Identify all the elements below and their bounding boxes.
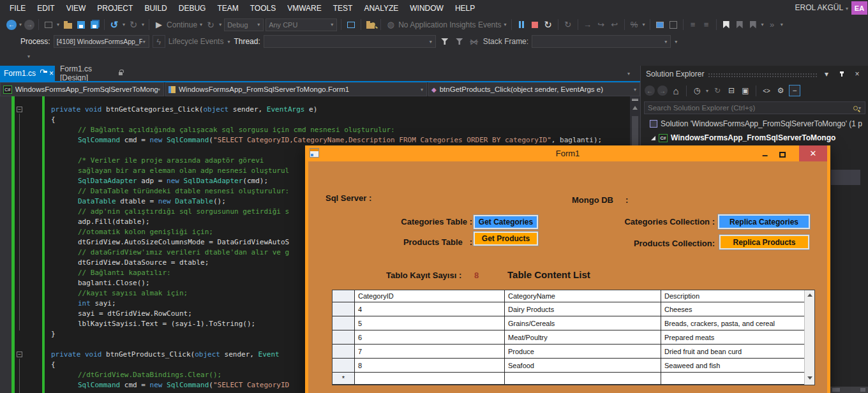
grid-scroll-up-icon[interactable]: [807, 293, 812, 297]
close-tab-icon[interactable]: ×: [49, 69, 54, 78]
toggle-current-thread-icon[interactable]: ⋈: [468, 35, 480, 48]
grid-cell[interactable]: [505, 373, 661, 385]
maximize-icon[interactable]: [779, 149, 786, 160]
redo-caret-icon[interactable]: ▾: [142, 22, 144, 27]
grid-column-header[interactable]: CategoryID: [355, 290, 505, 302]
grid-cell[interactable]: Produce: [505, 345, 661, 359]
se-back-icon[interactable]: ←: [645, 85, 655, 96]
grid-cell[interactable]: Cheeses: [661, 302, 805, 316]
insights-caret-icon[interactable]: ▾: [504, 22, 507, 27]
grid-cell[interactable]: Meat/Poultry: [505, 330, 661, 345]
continue-caret-icon[interactable]: ▾: [200, 22, 202, 27]
grid-column-header[interactable]: CategoryName: [505, 290, 661, 302]
menu-test[interactable]: TEST: [327, 4, 359, 13]
save-icon[interactable]: [75, 19, 87, 31]
scrollbar-thumb[interactable]: [832, 388, 840, 392]
bookmark-caret-icon[interactable]: ▾: [761, 22, 764, 27]
solution-search-input[interactable]: [648, 104, 853, 112]
expander-icon[interactable]: [651, 136, 655, 140]
indent-increase-icon[interactable]: ≡: [701, 19, 712, 31]
grid-cell[interactable]: Dairy Products: [505, 302, 661, 316]
method-dropdown[interactable]: ◆ btnGetProducts_Click(object sender, Ev…: [428, 82, 640, 96]
code-analysis-caret-icon[interactable]: ▾: [643, 22, 645, 27]
grid-scroll-down-icon[interactable]: [807, 376, 812, 380]
home-icon[interactable]: ⌂: [670, 85, 682, 96]
menu-file[interactable]: FILE: [4, 4, 31, 13]
collapse-region-icon[interactable]: −: [17, 352, 22, 357]
grid-cell[interactable]: Seaweed and fish: [661, 359, 805, 373]
grid-row-header[interactable]: [333, 316, 355, 330]
tree-item-project[interactable]: C# WindowsFormsApp_FromSqlServerToMongo: [651, 133, 868, 142]
grid-column-header[interactable]: Description: [661, 290, 805, 302]
processbar-overflow-icon[interactable]: ▾: [675, 39, 677, 45]
redo-icon[interactable]: ↻: [128, 19, 139, 31]
grid-cell[interactable]: Breads, crackers, pasta, and cereal: [661, 316, 805, 330]
toolbar-overflow-icon[interactable]: »: [767, 19, 778, 31]
break-all-icon[interactable]: [516, 19, 527, 31]
menu-debug[interactable]: DEBUG: [173, 4, 212, 13]
menu-edit[interactable]: EDIT: [31, 4, 60, 13]
bookmark-icon[interactable]: [721, 19, 732, 31]
step-over-icon[interactable]: ↪: [595, 19, 607, 31]
menu-vmware[interactable]: VMWARE: [281, 4, 327, 13]
grid-cell[interactable]: 7: [355, 345, 505, 359]
menu-team[interactable]: TEAM: [211, 4, 244, 13]
attach-to-process-icon[interactable]: [345, 19, 357, 31]
new-window-icon[interactable]: [43, 19, 54, 31]
restart-icon[interactable]: ↻: [205, 19, 216, 31]
new-window-caret-icon[interactable]: ▾: [57, 22, 59, 27]
project-dropdown[interactable]: C# WindowsFormsApp_FromSqlServerToMongo …: [0, 82, 164, 96]
get-categories-button[interactable]: Get Categories: [474, 215, 538, 229]
save-all-icon[interactable]: [89, 19, 100, 31]
open-file-icon[interactable]: [62, 19, 73, 31]
solution-search-box[interactable]: ▾: [644, 101, 865, 114]
grid-vertical-scrollbar[interactable]: [804, 290, 814, 385]
class-dropdown[interactable]: WindowsFormsApp_FromSqlServerToMongo.For…: [165, 82, 427, 96]
process-dropdown[interactable]: [4108] WindowsFormsApp_FromS▾: [54, 35, 149, 48]
minimize-icon[interactable]: –: [762, 150, 768, 161]
find-in-files-icon[interactable]: [365, 19, 377, 31]
grid-header-row[interactable]: CategoryIDCategoryNameDescription: [333, 290, 814, 302]
data-grid-view[interactable]: CategoryIDCategoryNameDescription4Dairy …: [332, 290, 815, 385]
form-titlebar[interactable]: Form1: [305, 145, 830, 161]
restart-caret-icon[interactable]: ▾: [219, 22, 221, 27]
step-out-icon[interactable]: ↩: [609, 19, 620, 31]
grid-row-header[interactable]: [333, 359, 355, 373]
close-panel-icon[interactable]: ×: [851, 68, 863, 80]
lifecycle-caret-icon[interactable]: ▾: [227, 39, 230, 45]
replica-categories-button[interactable]: Replica Categories: [718, 214, 810, 229]
menu-window[interactable]: WINDOW: [404, 4, 449, 13]
grid-cell[interactable]: Grains/Cereals: [505, 316, 661, 330]
grid-row[interactable]: 6Meat/PoultryPrepared meats: [333, 330, 814, 345]
grid-cell[interactable]: 6: [355, 330, 505, 345]
scroll-right-icon[interactable]: [860, 388, 865, 392]
window-position-caret-icon[interactable]: ▾: [821, 68, 832, 80]
grid-cell[interactable]: [355, 373, 505, 385]
tab-form1-cs[interactable]: Form1.cs ×: [0, 66, 55, 81]
tree-item-solution[interactable]: Solution 'WindowsFormsApp_FromSqlServerT…: [650, 119, 867, 128]
show-all-files-icon[interactable]: ▣: [740, 85, 751, 96]
grid-row[interactable]: 7ProduceDried fruit and bean curd: [333, 345, 814, 359]
navigate-forward-icon[interactable]: →: [24, 20, 34, 30]
lifecycle-events-icon[interactable]: ϟ: [153, 35, 165, 48]
stack-frame-dropdown[interactable]: ▾: [532, 35, 671, 48]
thread-dropdown[interactable]: ▾: [264, 35, 436, 48]
grid-row[interactable]: 8SeafoodSeaweed and fish: [333, 359, 814, 373]
continue-icon[interactable]: ▶: [153, 19, 165, 31]
grid-cell[interactable]: Seafood: [505, 359, 661, 373]
pin-panel-icon[interactable]: [836, 68, 848, 80]
user-avatar-badge[interactable]: EA: [851, 1, 867, 15]
filter-caret-icon[interactable]: ▾: [706, 88, 708, 94]
solution-configurations-dropdown[interactable]: Debug▾: [224, 19, 264, 31]
next-bookmark-icon[interactable]: [747, 19, 759, 31]
grid-corner-cell[interactable]: [333, 290, 355, 302]
grid-row-header[interactable]: [333, 345, 355, 359]
overflow-caret-icon[interactable]: ▾: [781, 22, 783, 27]
grid-row[interactable]: 4Dairy ProductsCheeses: [333, 302, 814, 316]
properties-wrench-icon[interactable]: ⚙: [775, 85, 786, 96]
menu-tools[interactable]: TOOLS: [244, 4, 281, 13]
collapse-all-icon[interactable]: ⊟: [726, 85, 737, 96]
menu-build[interactable]: BUILD: [138, 4, 172, 13]
close-window-button[interactable]: ✕: [799, 145, 827, 161]
grid-cell[interactable]: 8: [355, 359, 505, 373]
